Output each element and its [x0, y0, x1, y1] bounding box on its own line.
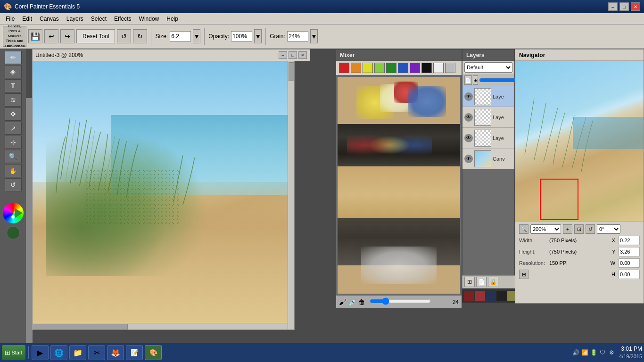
mixer-canvas[interactable] — [338, 77, 460, 294]
menu-window[interactable]: Window — [135, 15, 163, 23]
w-input[interactable] — [619, 258, 640, 268]
taskbar-explorer[interactable]: 📁 — [69, 345, 86, 360]
menu-select[interactable]: Select — [87, 15, 110, 23]
size-dropdown-button[interactable]: ▼ — [193, 29, 200, 43]
mixer-brush-icon[interactable]: 🖌 — [339, 298, 347, 306]
layer-item-1[interactable]: 👁 Laye — [462, 86, 514, 107]
close-button[interactable]: ✕ — [631, 2, 640, 11]
swatch-strip-3[interactable] — [486, 291, 496, 301]
layers-lock-button[interactable]: 🔒 — [488, 277, 498, 287]
start-button[interactable]: ⊞ Start — [2, 345, 25, 360]
taskbar-scissors[interactable]: ✂ — [88, 345, 105, 360]
resize-button[interactable]: ⊞ — [519, 270, 528, 279]
arrow-tool[interactable]: ↗ — [5, 122, 22, 135]
taskbar-separator — [28, 346, 29, 359]
taskbar-painter[interactable]: 🎨 — [145, 345, 162, 360]
pattern-tool[interactable]: ≋ — [5, 93, 22, 107]
mixer-size-slider[interactable] — [370, 297, 431, 305]
opacity-input[interactable] — [231, 31, 252, 41]
layer-item-canvas[interactable]: 👁 Canv — [462, 148, 514, 169]
taskbar-notes[interactable]: 📝 — [126, 345, 143, 360]
zoom-in-button[interactable]: + — [563, 224, 572, 234]
rotate-reset-button[interactable]: ↺ — [586, 224, 595, 234]
save-button[interactable]: 💾 — [28, 29, 42, 43]
hand-tool[interactable]: ✋ — [5, 164, 22, 177]
transform-tool[interactable]: ✥ — [5, 107, 22, 121]
color-wheel[interactable]: ✦ — [3, 203, 24, 223]
rotation-select[interactable]: 0° — [597, 224, 620, 234]
swatch-gray[interactable] — [445, 63, 455, 73]
x-input[interactable] — [619, 236, 640, 245]
layer-eye-3[interactable]: 👁 — [464, 134, 473, 142]
undo-button[interactable]: ↩ — [44, 29, 58, 43]
mixer-eyedropper-icon[interactable]: 💉 — [348, 298, 356, 306]
brush-option1-button[interactable]: ↺ — [117, 29, 131, 43]
taskbar-media[interactable]: ▶ — [32, 345, 49, 360]
menu-help[interactable]: Help — [163, 15, 182, 23]
size-input[interactable] — [170, 31, 191, 41]
swatch-green[interactable] — [386, 63, 396, 73]
height-label: Height: — [519, 249, 547, 255]
h-input[interactable] — [619, 270, 640, 279]
menu-canvas[interactable]: Canvas — [36, 15, 63, 23]
taskbar-browser[interactable]: 🌐 — [50, 345, 67, 360]
pencil-tool[interactable]: ✏ — [5, 51, 22, 64]
height-value: (750 Pixels) — [549, 249, 577, 255]
redo-button[interactable]: ↪ — [60, 29, 74, 43]
layer-item-3[interactable]: 👁 Laye — [462, 128, 514, 148]
canvas-vscrollbar[interactable] — [288, 61, 294, 329]
swatch-white[interactable] — [433, 63, 444, 73]
width-label: Width: — [519, 238, 547, 243]
mixer-clear-button[interactable]: 🗑 — [358, 298, 365, 306]
brush-option2-button[interactable]: ↻ — [133, 29, 147, 43]
magnify-tool[interactable]: 🔍 — [5, 150, 22, 163]
size-label: Size: — [155, 33, 168, 40]
canvas-content[interactable] — [32, 61, 295, 330]
canvas-minimize[interactable]: – — [279, 51, 287, 59]
grain-input[interactable] — [287, 31, 308, 41]
layer-eye-1[interactable]: 👁 — [464, 92, 473, 101]
menu-file[interactable]: File — [2, 15, 18, 23]
swatch-strip-1[interactable] — [464, 291, 474, 301]
menu-edit[interactable]: Edit — [18, 15, 36, 23]
perspective-tool[interactable]: ⊹ — [5, 136, 22, 149]
swatch-red[interactable] — [339, 63, 349, 73]
canvas-maximize[interactable]: □ — [289, 51, 297, 59]
zoom-fit-button[interactable]: ⊡ — [574, 224, 584, 234]
foreground-color[interactable] — [7, 226, 20, 239]
selection-tool[interactable]: ◈ — [5, 65, 22, 78]
canvas-close[interactable]: ✕ — [298, 51, 307, 59]
swatch-black[interactable] — [421, 63, 432, 73]
layers-merge-button[interactable]: ⊞ — [464, 277, 475, 287]
menu-effects[interactable]: Effects — [110, 15, 135, 23]
rotate-tool[interactable]: ↺ — [5, 178, 22, 191]
layers-composite-button[interactable]: ⊞ — [473, 75, 478, 85]
layers-new-layer-button[interactable]: 📄 — [476, 277, 487, 287]
swatch-purple[interactable] — [410, 63, 420, 73]
layer-eye-canvas[interactable]: 👁 — [464, 155, 473, 163]
layer-item-2[interactable]: 👁 Laye — [462, 107, 514, 128]
taskbar-firefox[interactable]: 🦊 — [107, 345, 124, 360]
layers-new-button[interactable]: 📄 — [464, 75, 472, 85]
minimize-button[interactable]: – — [608, 2, 618, 11]
layers-blend-mode-select[interactable]: Default — [464, 62, 512, 73]
swatch-blue[interactable] — [398, 63, 408, 73]
opacity-dropdown-button[interactable]: ▼ — [254, 29, 262, 43]
tray-icon-5: ⚙ — [608, 349, 615, 356]
zoom-select[interactable]: 200% — [530, 224, 561, 234]
swatch-strip-4[interactable] — [496, 291, 507, 301]
text-tool[interactable]: T — [5, 79, 22, 92]
reset-tool-button[interactable]: Reset Tool — [76, 29, 115, 43]
y-input[interactable] — [619, 247, 640, 256]
swatch-lightgreen[interactable] — [374, 63, 385, 73]
swatch-orange[interactable] — [351, 63, 361, 73]
layer-eye-2[interactable]: 👁 — [464, 113, 473, 122]
maximize-button[interactable]: □ — [619, 2, 629, 11]
grain-dropdown-button[interactable]: ▼ — [310, 29, 318, 43]
zoom-out-button[interactable]: 🔍 — [519, 224, 528, 234]
layers-titlebar: Layers — [462, 49, 514, 61]
canvas-hscrollbar[interactable] — [33, 323, 288, 329]
swatch-yellow[interactable] — [363, 63, 373, 73]
menu-layers[interactable]: Layers — [63, 15, 87, 23]
swatch-strip-2[interactable] — [475, 291, 485, 301]
